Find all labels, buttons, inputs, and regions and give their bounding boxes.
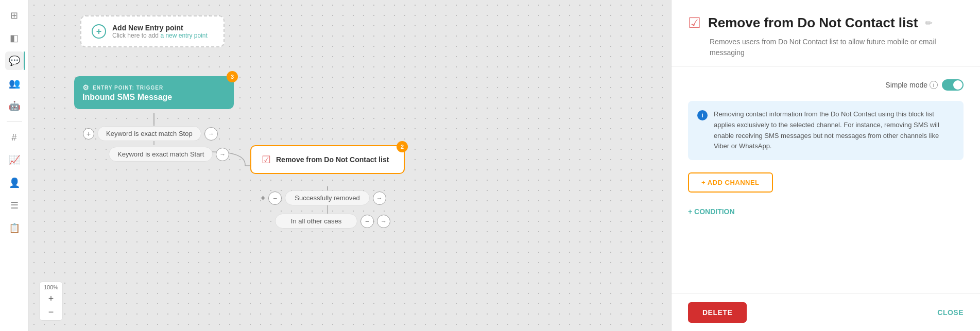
delete-button[interactable]: DELETE xyxy=(688,302,747,323)
panel-subtitle: Removes users from Do Not Contact list t… xyxy=(710,37,964,58)
canvas: + Add New Entry point Click here to add … xyxy=(29,0,671,331)
sidebar-icon-list[interactable]: ☰ xyxy=(5,196,24,215)
panel-title-icon: ☑ xyxy=(688,14,701,31)
output-row-success: + – Successfully removed → xyxy=(261,190,386,205)
entry-point-title: Add New Entry point xyxy=(112,24,208,32)
trigger-badge: 3 xyxy=(227,71,238,82)
sidebar-icon-report[interactable]: 📋 xyxy=(5,219,24,237)
zoom-percent: 100% xyxy=(44,284,58,290)
dnc-card[interactable]: ☑ Remove from Do Not Contact list 2 xyxy=(250,145,405,174)
close-button[interactable]: CLOSE xyxy=(937,308,964,317)
panel-footer: DELETE CLOSE xyxy=(672,293,980,331)
edit-icon[interactable]: ✏ xyxy=(925,18,933,29)
output-row-other: In all other cases – → xyxy=(275,214,390,229)
keyword-arrow-stop[interactable]: → xyxy=(204,127,218,141)
output-pill-success[interactable]: Successfully removed xyxy=(285,190,369,205)
entry-point-card[interactable]: + Add New Entry point Click here to add … xyxy=(80,15,225,47)
trigger-title: Inbound SMS Message xyxy=(82,93,226,102)
panel-title-row: ☑ Remove from Do Not Contact list ✏ xyxy=(688,14,964,31)
dnc-card-badge: 2 xyxy=(397,141,408,152)
sidebar-divider-1 xyxy=(7,121,22,122)
add-channel-button[interactable]: + ADD CHANNEL xyxy=(688,172,773,193)
output-arrow-success[interactable]: → xyxy=(373,191,386,205)
trigger-label: ⚙ ENTRY POINT: TRIGGER xyxy=(82,83,226,92)
sidebar-icon-hashtag[interactable]: # xyxy=(5,128,24,147)
info-box-icon: i xyxy=(697,110,708,120)
entry-point-text: Add New Entry point Click here to add a … xyxy=(112,24,208,39)
sidebar-icon-chart[interactable]: 📈 xyxy=(5,151,24,169)
sidebar-icon-contacts[interactable]: 👥 xyxy=(5,74,24,93)
trigger-card[interactable]: ⚙ ENTRY POINT: TRIGGER Inbound SMS Messa… xyxy=(74,76,234,109)
panel-title: Remove from Do Not Contact list xyxy=(708,15,918,31)
dnc-card-title: Remove from Do Not Contact list xyxy=(276,155,389,164)
right-panel: ☑ Remove from Do Not Contact list ✏ Remo… xyxy=(671,0,980,331)
output-arrow-other[interactable]: → xyxy=(377,215,390,228)
panel-header: ☑ Remove from Do Not Contact list ✏ Remo… xyxy=(672,0,980,67)
zoom-in-button[interactable]: + xyxy=(45,292,57,305)
simple-mode-info-icon[interactable]: i xyxy=(930,81,938,89)
output-add-btn-success[interactable]: + xyxy=(261,194,265,203)
entry-point-subtitle: Click here to add a new entry point xyxy=(112,32,208,39)
keyword-pill-start[interactable]: Keyword is exact match Start xyxy=(109,147,213,162)
output-pill-other[interactable]: In all other cases xyxy=(275,214,357,229)
sidebar-icon-people[interactable]: 👤 xyxy=(5,173,24,192)
keyword-row-stop: + Keyword is exact match Stop → xyxy=(83,126,218,141)
keyword-arrow-start[interactable]: → xyxy=(216,148,229,161)
entry-point-link[interactable]: a new entry point xyxy=(160,32,207,39)
output-minus-btn-other[interactable]: – xyxy=(360,215,374,228)
simple-mode-row: Simple mode i xyxy=(688,79,964,91)
output-minus-btn-success[interactable]: – xyxy=(268,191,282,205)
panel-body: Simple mode i i Removing contact informa… xyxy=(672,67,980,293)
sidebar-icon-grid[interactable]: ⊞ xyxy=(5,6,24,25)
info-box-text: Removing contact information from the Do… xyxy=(714,109,954,152)
sidebar-icon-bot[interactable]: 🤖 xyxy=(5,97,24,115)
zoom-controls: 100% + − xyxy=(39,282,63,321)
sidebar-icon-layers[interactable]: ◧ xyxy=(5,29,24,47)
simple-mode-label: Simple mode i xyxy=(885,81,938,89)
condition-button[interactable]: + CONDITION xyxy=(688,207,735,216)
sidebar-icon-chat[interactable]: 💬 xyxy=(5,51,24,70)
simple-mode-toggle[interactable] xyxy=(942,79,964,91)
keyword-pill-stop[interactable]: Keyword is exact match Stop xyxy=(97,126,201,141)
info-box: i Removing contact information from the … xyxy=(688,101,964,160)
keyword-add-btn-stop[interactable]: + xyxy=(83,128,94,140)
sidebar: ⊞ ◧ 💬 👥 🤖 # 📈 👤 ☰ 📋 xyxy=(0,0,29,331)
entry-plus-icon: + xyxy=(92,24,106,39)
dnc-card-icon: ☑ xyxy=(262,153,271,166)
zoom-out-button[interactable]: − xyxy=(45,306,57,318)
keyword-row-start: Keyword is exact match Start → xyxy=(109,147,229,162)
